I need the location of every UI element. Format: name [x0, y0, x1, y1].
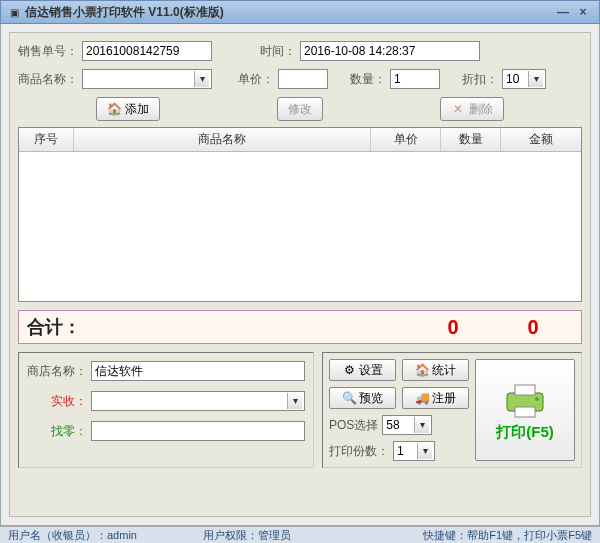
home-icon: 🏠	[107, 102, 121, 116]
discount-label: 折扣：	[462, 71, 498, 88]
status-role: 用户权限：管理员	[203, 528, 398, 543]
settings-button[interactable]: ⚙设置	[329, 359, 396, 381]
col-qty[interactable]: 数量	[441, 128, 501, 151]
change-label: 找零：	[27, 423, 87, 440]
stats-button[interactable]: 🏠统计	[402, 359, 469, 381]
status-hotkeys: 快捷键：帮助F1键，打印小票F5键	[397, 528, 592, 543]
product-name-label: 商品名称：	[18, 71, 78, 88]
received-label: 实收：	[27, 393, 87, 410]
received-combo[interactable]	[91, 391, 305, 411]
totals-bar: 合计： 0 0	[18, 310, 582, 344]
time-label: 时间：	[260, 43, 296, 60]
svg-rect-2	[515, 407, 535, 417]
truck-icon: 🚚	[416, 391, 430, 405]
change-input	[91, 421, 305, 441]
price-input[interactable]	[278, 69, 328, 89]
add-button[interactable]: 🏠 添加	[96, 97, 160, 121]
order-no-label: 销售单号：	[18, 43, 78, 60]
delete-button[interactable]: ✕ 删除	[440, 97, 504, 121]
home-icon: 🏠	[416, 363, 430, 377]
add-button-label: 添加	[125, 101, 149, 118]
register-button[interactable]: 🚚注册	[402, 387, 469, 409]
edit-button[interactable]: 修改	[277, 97, 323, 121]
edit-button-label: 修改	[288, 101, 312, 118]
qty-input[interactable]	[390, 69, 440, 89]
col-price[interactable]: 单价	[371, 128, 441, 151]
copies-label: 打印份数：	[329, 443, 389, 460]
gear-icon: ⚙	[343, 363, 357, 377]
pos-combo[interactable]: 58	[382, 415, 432, 435]
statusbar: 用户名（收银员）：admin 用户权限：管理员 快捷键：帮助F1键，打印小票F5…	[0, 526, 600, 543]
x-icon: ✕	[451, 102, 465, 116]
totals-amount: 0	[493, 316, 573, 339]
items-table: 序号 商品名称 单价 数量 金额	[18, 127, 582, 302]
discount-combo[interactable]: 10	[502, 69, 546, 89]
window-body: 销售单号： 时间： 商品名称： 单价： 数量： 折扣： 10 🏠 添加 修改 ✕…	[0, 24, 600, 526]
app-icon: ▣	[7, 5, 21, 19]
totals-qty: 0	[413, 316, 493, 339]
close-button[interactable]: ×	[573, 5, 593, 19]
time-input[interactable]	[300, 41, 480, 61]
preview-button[interactable]: 🔍预览	[329, 387, 396, 409]
status-user: 用户名（收银员）：admin	[8, 528, 203, 543]
print-button[interactable]: 打印(F5)	[475, 359, 575, 461]
copies-combo[interactable]: 1	[393, 441, 435, 461]
search-icon: 🔍	[343, 391, 357, 405]
shop-name-label: 商店名称：	[27, 363, 87, 380]
col-amount[interactable]: 金额	[501, 128, 581, 151]
shop-panel: 商店名称： 实收： 找零：	[18, 352, 314, 468]
qty-label: 数量：	[350, 71, 386, 88]
shop-name-input[interactable]	[91, 361, 305, 381]
order-no-input[interactable]	[82, 41, 212, 61]
totals-label: 合计：	[27, 315, 81, 339]
minimize-button[interactable]: —	[553, 5, 573, 19]
svg-point-3	[535, 397, 539, 401]
col-seq[interactable]: 序号	[19, 128, 74, 151]
price-label: 单价：	[238, 71, 274, 88]
product-name-combo[interactable]	[82, 69, 212, 89]
print-button-label: 打印(F5)	[496, 423, 554, 442]
delete-button-label: 删除	[469, 101, 493, 118]
pos-label: POS选择	[329, 417, 378, 434]
window-title: 信达销售小票打印软件 V11.0(标准版)	[25, 4, 553, 21]
titlebar: ▣ 信达销售小票打印软件 V11.0(标准版) — ×	[0, 0, 600, 24]
printer-icon	[501, 379, 549, 419]
col-name[interactable]: 商品名称	[74, 128, 371, 151]
print-panel: ⚙设置 🏠统计 🔍预览 🚚注册 POS选择 58 打印份数： 1 打印(F5)	[322, 352, 582, 468]
svg-rect-1	[515, 385, 535, 395]
table-body	[19, 152, 581, 302]
